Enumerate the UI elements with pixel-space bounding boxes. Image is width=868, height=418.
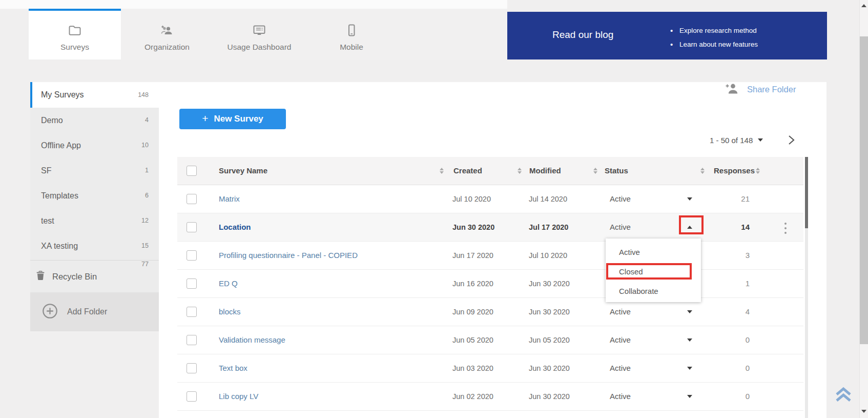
share-person-icon — [725, 83, 739, 96]
recycle-bin-count: 77 — [141, 261, 149, 268]
select-all-checkbox[interactable] — [187, 166, 197, 176]
row-checkbox[interactable] — [187, 250, 197, 261]
scroll-to-top-button[interactable] — [834, 386, 853, 405]
created-date: Jun 05 2020 — [452, 326, 493, 354]
folder-count: 10 — [141, 133, 149, 158]
created-date: Jun 17 2020 — [452, 242, 493, 269]
blog-banner[interactable]: Read our blog Explore research method Le… — [507, 12, 827, 59]
status-value: Active — [610, 383, 631, 410]
pagination-caret-icon[interactable] — [758, 138, 763, 142]
status-dropdown-caret-icon[interactable] — [687, 310, 692, 313]
next-page-button[interactable] — [787, 134, 796, 146]
sidebar-item-offline-app[interactable]: Offline App 10 — [30, 133, 159, 158]
survey-name-link[interactable]: Matrix — [219, 185, 240, 213]
created-date: Jun 09 2020 — [452, 298, 493, 326]
tab-mobile[interactable]: Mobile — [305, 9, 398, 59]
modified-date: Jun 30 2020 — [529, 270, 570, 297]
recycle-bin-label: Recycle Bin — [52, 272, 97, 282]
responses-count: 0 — [710, 326, 750, 354]
status-value: Active — [610, 213, 631, 241]
row-checkbox[interactable] — [187, 194, 197, 204]
sidebar-item-demo[interactable]: Demo 4 — [30, 108, 159, 133]
tab-surveys[interactable]: Surveys — [29, 9, 121, 59]
survey-name-link[interactable]: Validation message — [219, 326, 285, 354]
sort-icon[interactable] — [440, 168, 445, 174]
tab-label: Usage Dashboard — [228, 43, 292, 52]
mobile-icon — [345, 23, 358, 38]
created-date: Jun 03 2020 — [452, 354, 493, 382]
folders-sidebar: My Surveys 148 Demo 4 Offline App 10 SF … — [30, 82, 159, 331]
tab-label: Organization — [144, 43, 190, 52]
table-scrollbar-thumb[interactable] — [805, 157, 808, 228]
status-value: Active — [610, 185, 631, 213]
status-dropdown-caret-icon[interactable] — [687, 339, 692, 342]
modified-date: Jun 05 2020 — [529, 326, 570, 354]
browser-scrollbar-thumb[interactable] — [860, 36, 868, 344]
responses-count: 0 — [710, 383, 750, 410]
status-option-active[interactable]: Active — [606, 243, 701, 262]
table-row: Matrix Jul 10 2020 Jul 14 2020 Active 21 — [177, 185, 803, 213]
add-folder-button[interactable]: Add Folder — [30, 292, 159, 331]
new-survey-button[interactable]: + New Survey — [179, 109, 286, 129]
sidebar-item-templates[interactable]: Templates 6 — [30, 183, 159, 208]
survey-name-link[interactable]: Profiling questionnaire - Panel - COPIED — [219, 242, 358, 269]
sort-icon[interactable] — [518, 168, 523, 174]
status-value: Active — [610, 298, 631, 326]
sidebar-item-xa-testing[interactable]: XA testing 15 — [30, 233, 159, 258]
sort-icon[interactable] — [756, 168, 761, 174]
table-row: ED Q Jun 16 2020 Jun 30 2020 Active 1 — [177, 270, 803, 298]
folder-label: XA testing — [41, 242, 78, 250]
sidebar-item-my-surveys[interactable]: My Surveys 148 — [30, 82, 159, 108]
sort-icon[interactable] — [593, 168, 598, 174]
plus-icon: + — [202, 112, 208, 125]
responses-count: 4 — [710, 298, 750, 326]
row-checkbox[interactable] — [187, 363, 197, 373]
modified-date: Jun 30 2020 — [529, 354, 570, 382]
scrollbar-down-arrow-icon[interactable] — [861, 410, 866, 413]
status-dropdown-menu: Active Closed Collaborate — [606, 238, 701, 302]
status-dropdown-caret-icon-open[interactable] — [687, 226, 692, 229]
surveys-table: Survey Name Created Modified Status Resp… — [177, 157, 803, 411]
status-dropdown-caret-icon[interactable] — [687, 395, 692, 398]
tab-usage-dashboard[interactable]: Usage Dashboard — [213, 9, 305, 59]
dashboard-icon — [252, 23, 266, 38]
survey-name-link[interactable]: Location — [219, 213, 251, 241]
folder-count: 148 — [138, 82, 149, 108]
folder-icon — [68, 23, 82, 38]
share-folder-button[interactable]: Share Folder — [725, 83, 796, 96]
row-checkbox[interactable] — [187, 335, 197, 345]
folder-count: 15 — [141, 233, 149, 258]
status-value: Active — [610, 354, 631, 382]
responses-count: 1 — [710, 270, 750, 297]
survey-name-link[interactable]: blocks — [219, 298, 241, 326]
add-folder-label: Add Folder — [67, 307, 107, 316]
sidebar-item-sf[interactable]: SF 1 — [30, 158, 159, 183]
survey-name-link[interactable]: Text box — [219, 354, 247, 382]
organization-icon — [159, 23, 175, 38]
scrollbar-up-arrow-icon[interactable] — [861, 4, 866, 7]
status-option-closed[interactable]: Closed — [606, 262, 701, 282]
survey-name-link[interactable]: ED Q — [219, 270, 238, 297]
folder-label: My Surveys — [41, 90, 84, 99]
row-checkbox[interactable] — [187, 391, 197, 402]
modified-date: Jun 30 2020 — [529, 383, 570, 410]
modified-date: Jul 10 2020 — [529, 242, 567, 269]
tab-organization[interactable]: Organization — [121, 9, 213, 59]
pagination-label: 1 - 50 of 148 — [710, 136, 753, 145]
sidebar-item-recycle-bin[interactable]: Recycle Bin 77 — [30, 261, 159, 292]
app-window: Surveys Organization — [0, 0, 868, 418]
sort-icon[interactable] — [700, 168, 706, 174]
created-date: Jun 02 2020 — [452, 383, 493, 410]
header-created: Created — [453, 157, 482, 185]
sidebar-item-test[interactable]: test 12 — [30, 208, 159, 233]
row-checkbox[interactable] — [187, 307, 197, 317]
status-option-collaborate[interactable]: Collaborate — [606, 282, 701, 301]
row-menu-icon[interactable] — [784, 221, 787, 235]
row-checkbox[interactable] — [187, 278, 197, 289]
tab-label: Surveys — [60, 43, 89, 52]
table-row: Text box Jun 03 2020 Jun 30 2020 Active … — [177, 354, 803, 383]
row-checkbox[interactable] — [187, 222, 197, 232]
status-dropdown-caret-icon[interactable] — [687, 367, 692, 370]
survey-name-link[interactable]: Lib copy LV — [219, 383, 258, 410]
status-dropdown-caret-icon[interactable] — [687, 197, 692, 201]
